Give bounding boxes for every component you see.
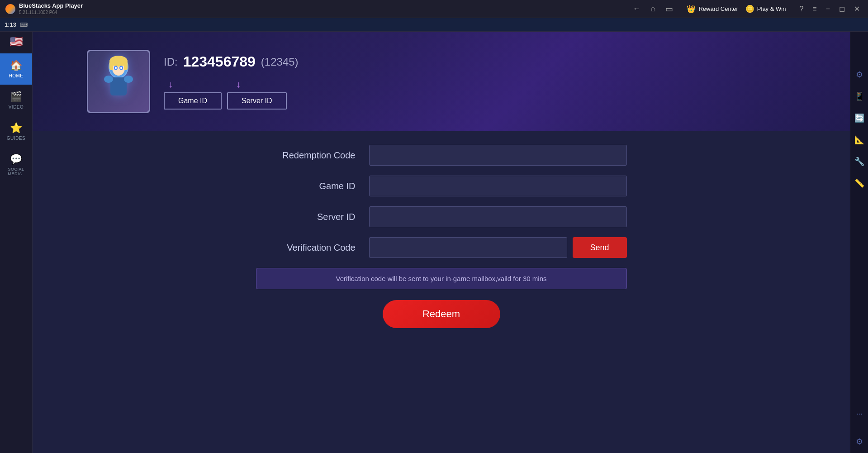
form-section: Redemption Code Game ID Server ID Verifi… — [33, 131, 850, 453]
svg-point-11 — [104, 76, 113, 83]
game-id-label: Game ID — [256, 181, 356, 191]
play-win-button[interactable]: 🪙 Play & Win — [745, 5, 786, 13]
right-icon-4[interactable]: 📐 — [853, 133, 866, 147]
restore-button[interactable]: ◻ — [836, 4, 848, 14]
back-button[interactable]: ← — [630, 3, 644, 15]
server-id-row: Server ID — [256, 206, 627, 227]
reward-center-label: Reward Center — [698, 5, 738, 12]
server-id-input[interactable] — [369, 206, 627, 227]
sidebar-item-video[interactable]: 🎬 VIDEO — [0, 85, 32, 116]
play-win-label: Play & Win — [757, 5, 786, 12]
reward-center-button[interactable]: 👑 Reward Center — [687, 5, 738, 13]
video-icon: 🎬 — [10, 91, 22, 103]
address-bar: 1:13 ⌨ — [0, 18, 868, 32]
verification-code-input[interactable] — [369, 237, 567, 258]
right-icon-3[interactable]: 🔄 — [853, 111, 866, 125]
home-icon: 🏠 — [10, 60, 22, 72]
character-avatar — [87, 50, 150, 113]
right-icon-6[interactable]: 📏 — [853, 176, 866, 190]
guides-icon: ⭐ — [10, 122, 22, 134]
sidebar-item-social-media[interactable]: 💬 SOCIALMEDIA — [0, 147, 32, 182]
close-button[interactable]: ✕ — [851, 4, 863, 14]
minimize-button[interactable]: − — [823, 4, 833, 14]
info-box: Verification code will be sent to your i… — [256, 268, 627, 289]
verification-input-group: Send — [369, 237, 627, 258]
right-panel: ⚙ 📱 🔄 📐 🔧 📏 ⋯ ⚙ — [850, 32, 868, 453]
server-id-label: Server ID — [256, 212, 356, 222]
bluestacks-logo — [5, 4, 15, 14]
info-text: Verification code will be sent to your i… — [336, 275, 546, 282]
redemption-code-label: Redemption Code — [256, 150, 356, 161]
right-icon-2[interactable]: 📱 — [853, 90, 866, 103]
home-nav-button[interactable]: ⌂ — [648, 3, 659, 15]
content-area: ID: 123456789 (12345) ↓ ↓ Game ID Server… — [33, 32, 850, 453]
coin-icon: 🪙 — [745, 5, 754, 13]
game-id-input[interactable] — [369, 176, 627, 196]
time-display: 1:13 — [5, 21, 16, 28]
right-icon-5[interactable]: 🔧 — [853, 155, 866, 168]
title-right: 👑 Reward Center 🪙 Play & Win ? ≡ − ◻ ✕ — [687, 4, 863, 14]
redeem-button[interactable]: Redeem — [383, 300, 500, 328]
right-more-icon[interactable]: ⋯ — [856, 410, 863, 418]
sidebar-item-home[interactable]: 🏠 HOME — [0, 53, 32, 85]
window-controls: ? ≡ − ◻ ✕ — [797, 4, 863, 14]
svg-rect-4 — [109, 61, 113, 70]
redemption-code-row: Redemption Code — [256, 145, 627, 166]
hero-section: ID: 123456789 (12345) ↓ ↓ Game ID Server… — [33, 32, 850, 131]
redemption-code-input[interactable] — [369, 145, 627, 166]
svg-point-12 — [124, 76, 133, 83]
social-label: SOCIALMEDIA — [8, 167, 24, 176]
verification-code-label: Verification Code — [256, 243, 356, 253]
social-icon: 💬 — [10, 153, 22, 165]
crown-icon: 👑 — [687, 5, 696, 13]
svg-point-9 — [120, 67, 122, 69]
sidebar: 🇺🇸 🏠 HOME 🎬 VIDEO ⭐ GUIDES 💬 SOCIALMEDIA — [0, 32, 33, 453]
menu-button[interactable]: ≡ — [810, 4, 819, 14]
tabs-button[interactable]: ▭ — [663, 3, 676, 15]
sidebar-item-guides[interactable]: ⭐ GUIDES — [0, 116, 32, 147]
app-version: 5.21.111.1002 P64 — [19, 10, 57, 15]
verification-code-row: Verification Code Send — [256, 237, 627, 258]
video-label: VIDEO — [9, 105, 24, 110]
keyboard-icon: ⌨ — [20, 22, 28, 28]
home-label: HOME — [9, 73, 24, 78]
right-icon-1[interactable]: ⚙ — [854, 68, 865, 81]
language-flag[interactable]: 🇺🇸 — [8, 33, 24, 50]
main-layout: 🇺🇸 🏠 HOME 🎬 VIDEO ⭐ GUIDES 💬 SOCIALMEDIA — [0, 32, 868, 453]
game-id-row: Game ID — [256, 176, 627, 196]
svg-rect-5 — [124, 61, 128, 70]
right-icon-settings[interactable]: ⚙ — [854, 435, 865, 448]
svg-point-8 — [115, 67, 117, 69]
character-image — [96, 51, 141, 112]
title-bar: BlueStacks App Player 5.21.111.1002 P64 … — [0, 0, 868, 18]
help-button[interactable]: ? — [797, 4, 806, 14]
send-button[interactable]: Send — [573, 237, 627, 258]
guides-label: GUIDES — [7, 136, 25, 141]
nav-controls: ← ⌂ ▭ — [630, 3, 676, 15]
hero-bg — [33, 32, 850, 131]
app-name: BlueStacks App Player — [19, 2, 83, 9]
